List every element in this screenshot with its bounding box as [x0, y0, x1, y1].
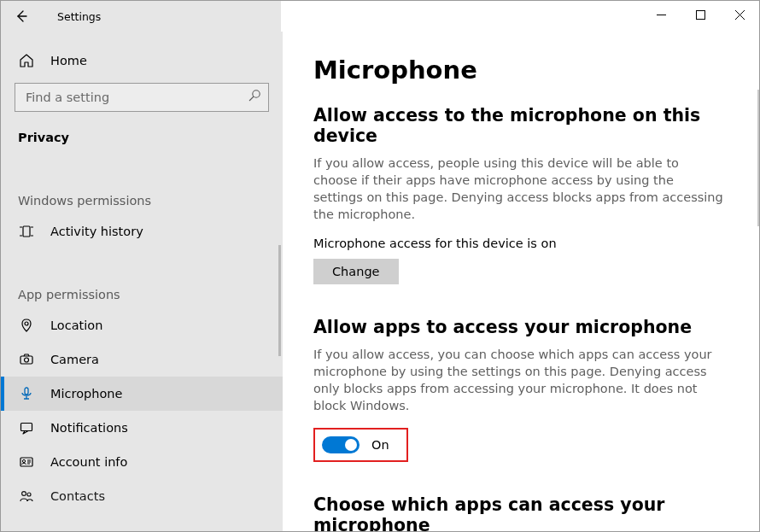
sidebar-item-label: Camera	[50, 353, 99, 366]
svg-point-5	[25, 358, 29, 362]
toggle-knob	[345, 439, 357, 451]
highlighted-toggle-row: On	[313, 428, 408, 462]
svg-point-3	[25, 322, 28, 325]
sidebar-item-label: Activity history	[50, 225, 143, 238]
section-heading-choose-apps: Choose which apps can access your microp…	[313, 494, 728, 532]
svg-point-10	[22, 492, 26, 496]
app-title: Settings	[35, 10, 101, 23]
content-scrollbar[interactable]	[757, 90, 759, 226]
sidebar-item-label: Contacts	[50, 489, 105, 503]
svg-point-1	[253, 91, 260, 97]
sidebar-item-label: Microphone	[50, 387, 122, 400]
allow-apps-toggle[interactable]	[322, 436, 360, 453]
svg-rect-2	[23, 226, 30, 237]
location-icon	[18, 317, 35, 334]
sidebar: Home Privacy Windows permissions Activit…	[1, 32, 283, 532]
svg-rect-7	[21, 424, 32, 431]
sidebar-item-account-info[interactable]: Account info	[1, 445, 283, 479]
svg-point-9	[22, 459, 25, 462]
back-button[interactable]	[6, 2, 35, 31]
microphone-icon	[18, 385, 35, 402]
account-info-icon	[18, 453, 35, 471]
home-icon	[18, 52, 35, 69]
sidebar-item-label: Home	[50, 54, 87, 67]
section-heading-app-access: Allow apps to access your microphone	[313, 317, 728, 337]
device-access-status: Microphone access for this device is on	[313, 237, 728, 250]
sidebar-item-contacts[interactable]: Contacts	[1, 479, 283, 513]
timeline-icon	[18, 223, 35, 240]
minimize-button[interactable]	[641, 1, 681, 28]
svg-rect-0	[696, 10, 704, 19]
sidebar-item-activity-history[interactable]: Activity history	[1, 214, 283, 248]
sidebar-item-microphone[interactable]: Microphone	[1, 377, 283, 411]
svg-point-11	[27, 493, 31, 496]
search-field[interactable]	[24, 90, 248, 105]
section-desc: If you allow access, people using this d…	[313, 155, 723, 223]
sidebar-scrollbar[interactable]	[278, 245, 281, 356]
toggle-label: On	[371, 438, 389, 452]
maximize-button[interactable]	[681, 1, 720, 28]
svg-rect-6	[25, 388, 28, 395]
sidebar-item-label: Account info	[50, 455, 127, 469]
sidebar-item-label: Notifications	[50, 421, 128, 435]
svg-rect-4	[20, 356, 32, 364]
section-desc: If you allow access, you can choose whic…	[313, 346, 723, 414]
sidebar-group-app-permissions: App permissions	[1, 271, 283, 308]
close-button[interactable]	[720, 1, 759, 28]
sidebar-category: Privacy	[1, 120, 283, 155]
page-title: Microphone	[313, 56, 728, 85]
sidebar-item-camera[interactable]: Camera	[1, 342, 283, 377]
sidebar-item-location[interactable]: Location	[1, 308, 283, 342]
camera-icon	[18, 351, 35, 368]
notifications-icon	[18, 419, 35, 436]
back-arrow-icon	[13, 9, 28, 24]
sidebar-item-notifications[interactable]: Notifications	[1, 411, 283, 445]
search-icon	[248, 89, 261, 106]
change-button[interactable]: Change	[313, 259, 399, 284]
title-bar: Settings	[1, 1, 759, 32]
contacts-icon	[18, 488, 35, 505]
sidebar-item-home[interactable]: Home	[1, 44, 283, 78]
sidebar-group-windows-permissions: Windows permissions	[1, 177, 283, 214]
search-input[interactable]	[15, 83, 269, 112]
sidebar-item-label: Location	[50, 319, 102, 332]
section-heading-device-access: Allow access to the microphone on this d…	[313, 105, 728, 146]
content-pane: Microphone Allow access to the microphon…	[283, 32, 759, 532]
